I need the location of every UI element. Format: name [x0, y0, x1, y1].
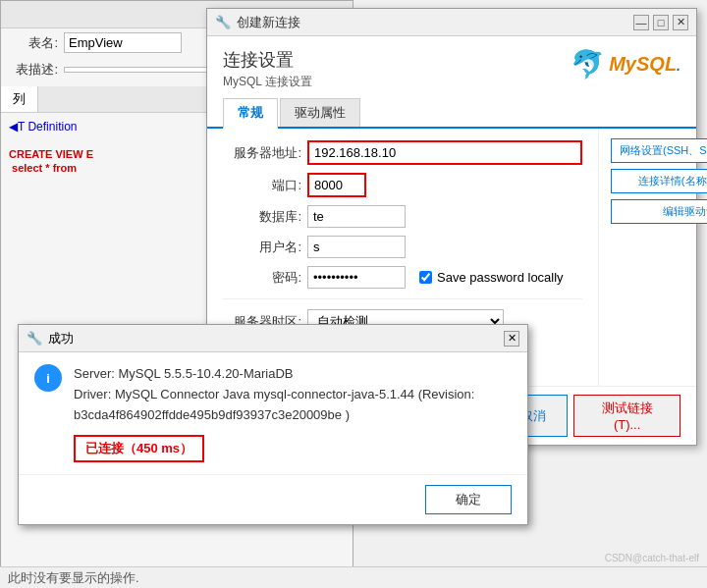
server-address-label: 服务器地址: — [223, 144, 301, 162]
success-dialog: 🔧 成功 ✕ i Server: MySQL 5.5.5-10.4.20-Mar… — [18, 324, 528, 525]
bg-description-label: 表描述: — [9, 61, 58, 79]
database-row: 数据库: — [223, 205, 582, 228]
port-input[interactable] — [307, 173, 366, 197]
titlebar-left: 🔧 创建新连接 — [215, 14, 300, 31]
bg-definition-label: ◀T Definition — [9, 120, 77, 134]
dialog-header: 连接设置 MySQL 连接设置 🐬 MySQL. — [207, 36, 696, 98]
username-input[interactable] — [307, 236, 406, 258]
save-password-checkbox[interactable] — [419, 271, 432, 284]
success-message-block: Server: MySQL 5.5.5-10.4.20-MariaDB Driv… — [74, 364, 474, 462]
server-address-row: 服务器地址: — [223, 140, 582, 165]
success-footer: 确定 — [19, 474, 527, 524]
dialog-tabs: 常规 驱动属性 — [207, 98, 696, 129]
bg-tab-columns[interactable]: 列 — [1, 86, 38, 112]
right-side-buttons: 网络设置(SSH、SSL、Proxy...) 连接详情(名称、类型...) 编辑… — [598, 129, 707, 386]
bg-tablename-label: 表名: — [9, 34, 58, 52]
test-connection-button[interactable]: 测试链接(T)... — [573, 395, 680, 437]
success-title: 成功 — [48, 330, 74, 347]
username-label: 用户名: — [223, 239, 301, 256]
mysql-logo-text: MySQL. — [609, 53, 680, 76]
mysql-logo: 🐬 MySQL. — [571, 48, 680, 80]
info-icon: i — [34, 364, 62, 392]
bg-tablename-input[interactable]: EmpView — [64, 32, 182, 53]
mysql-dolphin-icon: 🐬 — [571, 48, 605, 80]
header-text: 连接设置 MySQL 连接设置 — [223, 48, 312, 90]
password-label: 密码: — [223, 269, 301, 287]
database-label: 数据库: — [223, 208, 301, 226]
maximize-button[interactable]: □ — [653, 15, 669, 30]
titlebar-buttons: — □ ✕ — [633, 15, 688, 30]
edit-driver-button[interactable]: 编辑驱动设置 — [611, 199, 707, 224]
save-password-label: Save password locally — [437, 270, 564, 285]
dialog-title-icon: 🔧 — [215, 15, 231, 29]
database-input[interactable] — [307, 205, 406, 228]
success-content: i Server: MySQL 5.5.5-10.4.20-MariaDB Dr… — [19, 352, 527, 474]
password-input[interactable] — [307, 266, 406, 289]
network-settings-button[interactable]: 网络设置(SSH、SSL、Proxy...) — [611, 138, 707, 163]
save-password-row: Save password locally — [419, 270, 564, 285]
success-close-button[interactable]: ✕ — [504, 331, 519, 347]
port-row: 端口: — [223, 173, 582, 197]
dialog-titlebar: 🔧 创建新连接 — □ ✕ — [207, 9, 696, 36]
password-group: Save password locally — [307, 266, 564, 289]
connection-details-button[interactable]: 连接详情(名称、类型...) — [611, 169, 707, 193]
bottom-status-text: 此时没有要显示的操作. — [8, 569, 139, 587]
password-row: 密码: Save password locally — [223, 266, 582, 289]
success-titlebar: 🔧 成功 ✕ — [19, 325, 527, 352]
app-bottom-bar: 此时没有要显示的操作. — [0, 566, 707, 588]
success-titlebar-left: 🔧 成功 — [27, 330, 74, 347]
dialog-title-text: 创建新连接 — [237, 14, 300, 31]
success-line-1: Server: MySQL 5.5.5-10.4.20-MariaDB — [74, 364, 474, 385]
watermark: CSDN@catch-that-elf — [605, 553, 699, 563]
success-icon: 🔧 — [27, 331, 42, 346]
success-line-3: b3cda4f864902ffdde495b9df93937c3e20009be… — [74, 405, 474, 426]
form-divider — [223, 298, 582, 299]
confirm-button[interactable]: 确定 — [425, 485, 512, 514]
tab-general[interactable]: 常规 — [223, 98, 278, 129]
username-row: 用户名: — [223, 236, 582, 258]
close-button[interactable]: ✕ — [673, 15, 688, 30]
tab-driver-properties[interactable]: 驱动属性 — [280, 98, 360, 127]
header-title: 连接设置 — [223, 48, 312, 72]
connection-status: 已连接（450 ms） — [74, 435, 204, 462]
success-line-2: Driver: MySQL Connector Java mysql-conne… — [74, 385, 474, 405]
header-subtitle: MySQL 连接设置 — [223, 74, 312, 90]
server-address-input[interactable] — [307, 140, 582, 165]
port-label: 端口: — [223, 177, 301, 194]
minimize-button[interactable]: — — [633, 15, 649, 30]
